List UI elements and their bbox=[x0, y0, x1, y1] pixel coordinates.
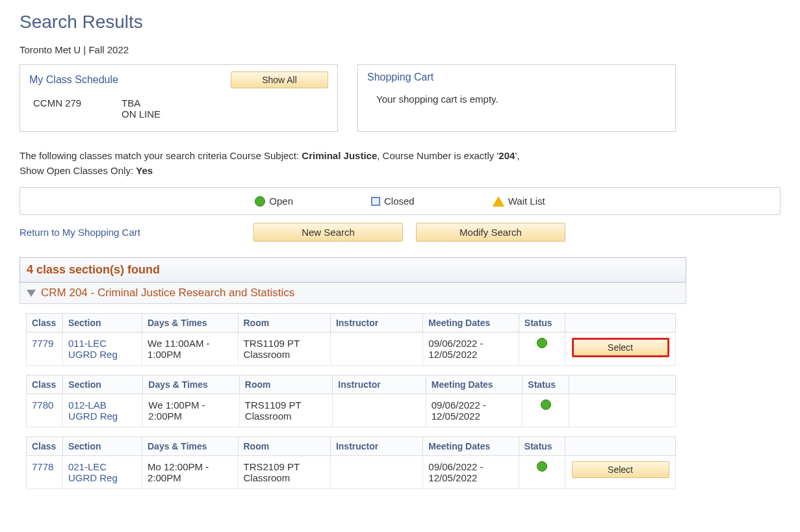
section-link[interactable]: 012-LAB UGRD Reg bbox=[68, 399, 118, 422]
col-header-days: Days & Times bbox=[143, 375, 240, 394]
col-header-section: Section bbox=[62, 314, 142, 333]
status-cell bbox=[519, 456, 565, 489]
meeting-dates: 09/06/2022 - 12/05/2022 bbox=[423, 456, 519, 489]
show-all-button[interactable]: Show All bbox=[231, 71, 328, 88]
col-header-instructor: Instructor bbox=[330, 314, 422, 333]
section-table: ClassSectionDays & TimesRoomInstructorMe… bbox=[26, 313, 676, 366]
col-header-section: Section bbox=[62, 437, 142, 456]
col-header-instructor: Instructor bbox=[330, 437, 422, 456]
cart-empty-message: Your shopping cart is empty. bbox=[367, 94, 666, 105]
status-legend: Open Closed Wait List bbox=[19, 187, 781, 215]
results-count-header: 4 class section(s) found bbox=[19, 257, 686, 283]
col-header-dates: Meeting Dates bbox=[426, 375, 523, 394]
section-table: ClassSectionDays & TimesRoomInstructorMe… bbox=[26, 437, 676, 489]
col-header-status: Status bbox=[523, 375, 569, 394]
col-header-room: Room bbox=[238, 314, 330, 333]
status-cell bbox=[523, 394, 569, 427]
col-header-dates: Meeting Dates bbox=[423, 437, 519, 456]
modify-search-button[interactable]: Modify Search bbox=[416, 223, 565, 242]
search-criteria-summary: The following classes match your search … bbox=[19, 149, 546, 178]
open-status-icon bbox=[537, 461, 547, 472]
criteria-subject: Criminal Justice bbox=[302, 150, 377, 161]
col-header-room: Room bbox=[239, 375, 332, 394]
days-times: We 11:00AM - 1:00PM bbox=[142, 333, 239, 366]
course-title: CRM 204 - Criminal Justice Research and … bbox=[41, 286, 294, 299]
new-search-button[interactable]: New Search bbox=[253, 223, 403, 242]
instructor bbox=[333, 394, 426, 427]
criteria-number: 204 bbox=[498, 150, 515, 161]
table-row: 7780012-LAB UGRD RegWe 1:00PM - 2:00PMTR… bbox=[27, 394, 676, 427]
action-cell: Select bbox=[565, 333, 676, 366]
collapse-icon bbox=[27, 290, 36, 297]
class-number-link[interactable]: 7779 bbox=[32, 338, 53, 349]
col-header-class: Class bbox=[27, 375, 63, 394]
criteria-mid1: , Course Number is exactly ' bbox=[377, 150, 498, 161]
my-class-schedule-panel: My Class Schedule Show All CCMN 279 TBA … bbox=[19, 64, 338, 132]
closed-status-icon bbox=[371, 197, 380, 206]
schedule-mode: ON LINE bbox=[122, 108, 161, 120]
col-header-status: Status bbox=[519, 437, 565, 456]
schedule-course: CCMN 279 bbox=[33, 97, 105, 120]
meeting-dates: 09/06/2022 - 12/05/2022 bbox=[423, 333, 519, 366]
instructor bbox=[330, 333, 422, 366]
schedule-panel-title: My Class Schedule bbox=[29, 74, 118, 86]
room: TRS1109 PT Classroom bbox=[238, 333, 330, 366]
col-header-action bbox=[565, 437, 676, 456]
open-status-icon bbox=[255, 196, 265, 207]
cart-panel-title: Shopping Cart bbox=[367, 71, 666, 83]
class-number-link[interactable]: 7780 bbox=[32, 399, 53, 411]
context-line: Toronto Met U | Fall 2022 bbox=[19, 44, 781, 55]
return-to-cart-link[interactable]: Return to My Shopping Cart bbox=[19, 227, 140, 238]
instructor bbox=[330, 456, 422, 489]
action-cell: Select bbox=[565, 456, 676, 489]
room: TRS1109 PT Classroom bbox=[239, 394, 332, 427]
days-times: Mo 12:00PM - 2:00PM bbox=[142, 456, 239, 489]
criteria-open: Yes bbox=[136, 165, 153, 176]
page-title: Search Results bbox=[19, 12, 781, 32]
shopping-cart-panel: Shopping Cart Your shopping cart is empt… bbox=[357, 64, 676, 132]
section-link[interactable]: 021-LEC UGRD Reg bbox=[68, 461, 118, 483]
col-header-class: Class bbox=[27, 314, 63, 333]
schedule-time: TBA bbox=[122, 97, 161, 108]
section-link[interactable]: 011-LEC UGRD Reg bbox=[68, 338, 118, 360]
legend-waitlist-label: Wait List bbox=[508, 196, 545, 207]
course-header[interactable]: CRM 204 - Criminal Justice Research and … bbox=[19, 283, 686, 304]
col-header-section: Section bbox=[63, 375, 143, 394]
days-times: We 1:00PM - 2:00PM bbox=[143, 394, 240, 427]
col-header-days: Days & Times bbox=[142, 314, 239, 333]
waitlist-status-icon bbox=[493, 196, 504, 207]
open-status-icon bbox=[541, 399, 551, 410]
col-header-action bbox=[569, 375, 676, 394]
open-status-icon bbox=[537, 338, 547, 348]
select-button[interactable]: Select bbox=[572, 338, 669, 357]
table-row: 7779011-LEC UGRD RegWe 11:00AM - 1:00PMT… bbox=[27, 333, 676, 366]
action-cell bbox=[569, 394, 676, 427]
col-header-action bbox=[565, 314, 676, 333]
criteria-prefix: The following classes match your search … bbox=[19, 150, 302, 161]
legend-open-label: Open bbox=[269, 196, 293, 207]
legend-closed-label: Closed bbox=[384, 196, 415, 207]
meeting-dates: 09/06/2022 - 12/05/2022 bbox=[426, 394, 523, 427]
status-cell bbox=[519, 333, 565, 366]
class-number-link[interactable]: 7778 bbox=[32, 461, 53, 472]
select-button[interactable]: Select bbox=[572, 461, 669, 478]
col-header-instructor: Instructor bbox=[333, 375, 426, 394]
col-header-status: Status bbox=[519, 314, 565, 333]
col-header-days: Days & Times bbox=[142, 437, 239, 456]
table-row: 7778021-LEC UGRD RegMo 12:00PM - 2:00PMT… bbox=[27, 456, 676, 489]
col-header-class: Class bbox=[27, 437, 63, 456]
col-header-room: Room bbox=[238, 437, 330, 456]
section-table: ClassSectionDays & TimesRoomInstructorMe… bbox=[26, 375, 676, 427]
col-header-dates: Meeting Dates bbox=[423, 314, 519, 333]
room: TRS2109 PT Classroom bbox=[238, 456, 330, 489]
